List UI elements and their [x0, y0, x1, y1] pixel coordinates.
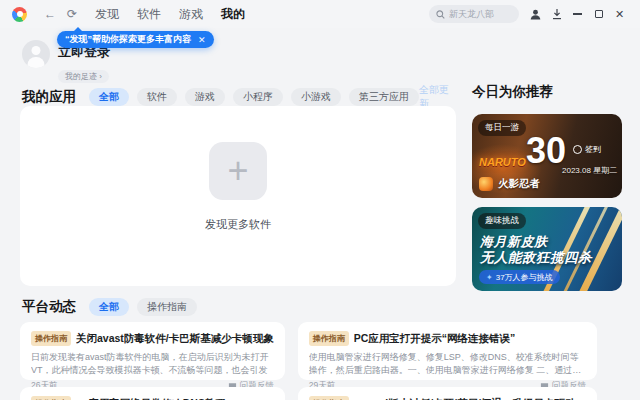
filter-games[interactable]: 游戏 [185, 88, 225, 106]
news-filter-all[interactable]: 全部 [89, 298, 129, 316]
avatar-body-shape [28, 57, 45, 68]
daily-game-tag: 签到 [573, 144, 601, 155]
main-nav: 发现 软件 游戏 我的 [95, 0, 245, 28]
news-badge: 操作指南 [31, 396, 71, 400]
challenge-stat: ✦ 37万人参与挑战 [479, 270, 560, 284]
search-icon [436, 10, 445, 19]
plus-icon: + [227, 153, 248, 189]
tab-games[interactable]: 游戏 [179, 0, 203, 28]
tooltip-text: “发现”帮助你探索更多丰富内容 [65, 33, 191, 46]
news-badge: 操作指南 [31, 331, 71, 346]
search-box[interactable] [429, 5, 519, 23]
recommend-title: 今日为你推荐 [472, 83, 622, 101]
app-logo-icon[interactable] [12, 7, 27, 22]
news-filter-guides[interactable]: 操作指南 [137, 298, 197, 316]
challenge-card[interactable]: 趣味挑战 海月新皮肤 无人能敌狂揽四杀 ✦ 37万人参与挑战 [472, 207, 622, 291]
tooltip-close-icon[interactable]: ✕ [198, 35, 206, 45]
close-icon[interactable]: ✕ [609, 0, 630, 28]
news-title: pc应用宝网络异常修改DNS教程 [76, 397, 226, 400]
search-input[interactable] [449, 9, 512, 19]
user-icon[interactable] [525, 0, 546, 28]
my-footprint-button[interactable]: 我的足迹 › [58, 70, 109, 83]
tab-mine[interactable]: 我的 [221, 0, 245, 28]
window-controls: ✕ [525, 0, 630, 28]
challenge-line2: 无人能敌狂揽四杀 [480, 249, 592, 267]
avatar[interactable] [22, 40, 50, 68]
avatar-head-shape [32, 46, 41, 55]
discover-tooltip: “发现”帮助你探索更多丰富内容 ✕ [57, 31, 214, 48]
my-apps-panel: + 发现更多软件 [20, 106, 456, 286]
challenge-badge: 趣味挑战 [478, 213, 526, 229]
daily-game-footer: 火影忍者 [479, 177, 540, 191]
tab-discover[interactable]: 发现 [95, 0, 119, 28]
news-title: PC应用宝打开提示“网络连接错误” [354, 332, 516, 346]
refresh-icon[interactable]: ⟳ [61, 0, 83, 28]
platform-news-title: 平台动态 [22, 298, 76, 316]
news-grid: 操作指南 关闭avast防毒软件/卡巴斯基减少卡顿现象 日前发现装有avast防… [20, 322, 456, 400]
news-card[interactable]: 操作指南 PC应用宝打开提示“网络连接错误” 使用电脑管家进行网络修复、修复LS… [298, 322, 597, 380]
filter-all[interactable]: 全部 [89, 88, 129, 106]
news-badge: 操作指南 [309, 396, 349, 400]
daily-game-day: 30 [526, 130, 566, 172]
my-apps-filters: 全部 软件 游戏 小程序 小游戏 第三方应用 [89, 88, 419, 106]
daily-game-card[interactable]: 每日一游 NARUTO 30 签到 2023.08 星期二 火影忍者 [472, 114, 622, 198]
platform-news-header: 平台动态 全部 操作指南 [22, 298, 456, 316]
checkin-icon [573, 145, 582, 154]
maximize-icon[interactable] [588, 0, 609, 28]
filter-miniapps[interactable]: 小程序 [233, 88, 283, 106]
news-badge: 操作指南 [309, 331, 349, 346]
naruto-logo: NARUTO [479, 156, 526, 168]
back-icon[interactable]: ← [39, 0, 61, 28]
spark-icon: ✦ [486, 273, 493, 282]
news-title: opengl版本过低/卡死/花屏/闪退，升级显卡驱动… [354, 397, 586, 400]
news-card[interactable]: 操作指南 opengl版本过低/卡死/花屏/闪退，升级显卡驱动… [298, 387, 597, 400]
recommend-sidebar: 今日为你推荐 每日一游 NARUTO 30 签到 2023.08 星期二 火影忍… [472, 83, 622, 300]
filter-minigames[interactable]: 小游戏 [291, 88, 341, 106]
news-card[interactable]: 操作指南 关闭avast防毒软件/卡巴斯基减少卡顿现象 日前发现装有avast防… [20, 322, 285, 380]
add-software-label: 发现更多软件 [205, 217, 271, 232]
my-apps-title: 我的应用 [22, 88, 76, 106]
daily-game-date: 2023.08 星期二 [562, 165, 617, 176]
add-software-button[interactable]: + [209, 142, 267, 200]
tab-software[interactable]: 软件 [137, 0, 161, 28]
topbar: ← ⟳ 发现 软件 游戏 我的 ✕ [0, 0, 640, 28]
daily-game-badge: 每日一游 [478, 120, 526, 136]
daily-game-name: 火影忍者 [498, 177, 540, 191]
minimize-icon[interactable] [567, 0, 588, 28]
filter-software[interactable]: 软件 [137, 88, 177, 106]
news-title: 关闭avast防毒软件/卡巴斯基减少卡顿现象 [76, 332, 274, 346]
news-card[interactable]: 操作指南 pc应用宝网络异常修改DNS教程 [20, 387, 285, 400]
news-body: 日前发现装有avast防毒软件的电脑，在启动后识别为未打开VT，此种情况会导致模… [31, 351, 274, 377]
news-body: 使用电脑管家进行网络修复、修复LSP、修改DNS、校准系统时间等操作，然后重启路… [309, 351, 586, 377]
platform-news-filters: 全部 操作指南 [89, 298, 197, 316]
app-window: ← ⟳ 发现 软件 游戏 我的 ✕ “发现”帮助你探索更多丰富内容 ✕ [0, 0, 640, 400]
game-app-icon [479, 177, 493, 191]
filter-thirdparty[interactable]: 第三方应用 [349, 88, 419, 106]
download-icon[interactable] [546, 0, 567, 28]
